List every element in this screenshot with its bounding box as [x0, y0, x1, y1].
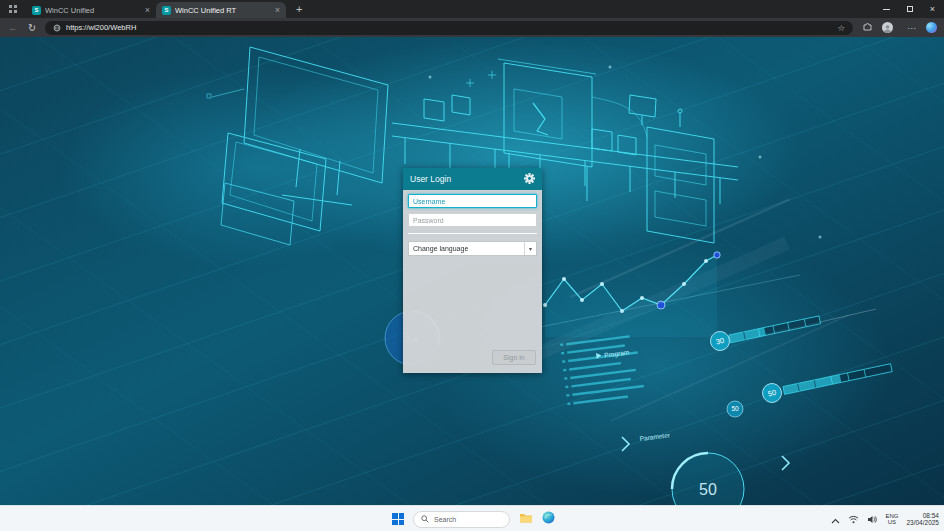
site-info-icon[interactable] [53, 24, 61, 32]
window-close-button[interactable]: × [921, 0, 944, 18]
extensions-icon[interactable] [860, 22, 875, 33]
back-icon[interactable]: ← [7, 22, 19, 33]
language-select[interactable]: Change language ▾ [408, 241, 537, 256]
clock-date: 23/04/2025 [906, 519, 939, 527]
caret-down-icon: ▾ [524, 242, 536, 255]
clock-time: 08:54 [906, 512, 939, 520]
login-panel-header: User Login [403, 168, 542, 190]
tab-close-icon[interactable]: × [275, 6, 280, 15]
favorite-star-icon[interactable]: ☆ [837, 23, 845, 33]
svg-text:50: 50 [699, 481, 717, 498]
login-panel-body: Change language ▾ Sign in [403, 190, 542, 373]
svg-text:50: 50 [731, 405, 739, 412]
taskbar-search[interactable]: Search [413, 511, 510, 528]
taskbar-clock[interactable]: 08:54 23/04/2025 [906, 512, 939, 527]
maximize-button[interactable] [898, 0, 921, 18]
browser-tab-2-active[interactable]: S WinCC Unified RT × [156, 2, 286, 18]
tab-actions-icon[interactable] [0, 4, 26, 14]
profile-avatar-icon[interactable] [882, 22, 897, 33]
volume-icon[interactable] [867, 510, 877, 528]
login-title: User Login [410, 174, 451, 184]
url-field[interactable]: https://wl200/WebRH ☆ [45, 21, 853, 35]
browser-tab-strip: S WinCC Unified × S WinCC Unified RT × +… [0, 0, 944, 18]
sign-in-button[interactable]: Sign in [492, 350, 536, 365]
address-bar: ← ↻ https://wl200/WebRH ☆ ⋯ [0, 18, 944, 37]
site-favicon: S [162, 6, 171, 15]
hidden-icons-chevron[interactable] [831, 510, 840, 528]
tab-label: WinCC Unified [45, 6, 141, 15]
window-controls: × [875, 0, 944, 18]
panel-divider [408, 233, 537, 234]
new-tab-button[interactable]: + [296, 3, 302, 15]
site-favicon: S [32, 6, 41, 15]
wifi-icon[interactable] [848, 510, 859, 528]
username-input[interactable] [408, 194, 537, 208]
tab-close-icon[interactable]: × [145, 6, 150, 15]
language-select-value: Change language [413, 245, 468, 252]
start-button-icon[interactable] [392, 513, 404, 525]
small-badge-50: 50 [727, 401, 743, 417]
login-panel: User Login Change language ▾ Sign in [403, 168, 542, 373]
settings-gear-icon[interactable] [524, 170, 535, 188]
more-menu-icon[interactable]: ⋯ [904, 23, 919, 33]
taskbar: Search ENG US 08:54 23/04/2025 [0, 505, 944, 531]
minimize-button[interactable] [875, 0, 898, 18]
copilot-icon[interactable] [926, 22, 937, 33]
file-explorer-icon[interactable] [519, 510, 533, 528]
url-text: https://wl200/WebRH [66, 23, 136, 32]
language-indicator[interactable]: ENG US [885, 513, 898, 526]
refresh-icon[interactable]: ↻ [26, 22, 38, 33]
edge-browser-icon[interactable] [542, 510, 555, 528]
browser-tab-1[interactable]: S WinCC Unified × [26, 2, 156, 18]
password-input[interactable] [408, 213, 537, 227]
search-icon [421, 515, 429, 523]
tab-label: WinCC Unified RT [175, 6, 271, 15]
search-placeholder: Search [434, 516, 456, 523]
page-content: Program Parameter 30 50 [0, 37, 944, 505]
